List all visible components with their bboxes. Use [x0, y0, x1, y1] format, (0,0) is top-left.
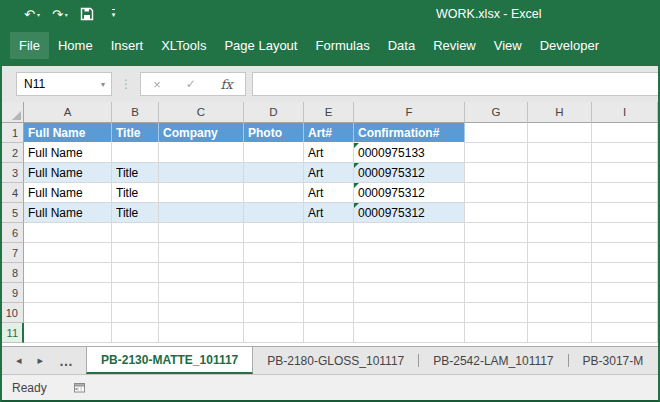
cell-A8[interactable] [24, 263, 112, 283]
cell-A1[interactable]: Full Name [24, 123, 112, 143]
cell-F1[interactable]: Confirmation# [354, 123, 465, 143]
column-header-E[interactable]: E [304, 102, 354, 123]
cell-H3[interactable] [528, 163, 592, 183]
cell-H9[interactable] [528, 283, 592, 303]
ribbon-tab-insert[interactable]: Insert [102, 32, 153, 59]
column-header-C[interactable]: C [159, 102, 244, 123]
cell-D4[interactable] [244, 183, 304, 203]
cell-F7[interactable] [354, 243, 465, 263]
cell-C10[interactable] [159, 303, 244, 323]
ribbon-tab-xltools[interactable]: XLTools [152, 32, 215, 59]
cell-G1[interactable] [465, 123, 528, 143]
cell-F8[interactable] [354, 263, 465, 283]
cell-I1[interactable] [592, 123, 658, 143]
cell-F9[interactable] [354, 283, 465, 303]
sheet-more-button[interactable]: … [59, 353, 74, 369]
name-box[interactable]: N11 ▾ [16, 72, 112, 96]
ribbon-tab-home[interactable]: Home [49, 32, 102, 59]
cell-A9[interactable] [24, 283, 112, 303]
cell-C1[interactable]: Company [159, 123, 244, 143]
row-header-8[interactable]: 8 [2, 263, 24, 283]
cell-C5[interactable] [159, 203, 244, 223]
row-header-5[interactable]: 5 [2, 203, 24, 223]
column-header-B[interactable]: B [112, 102, 159, 123]
cell-I10[interactable] [592, 303, 658, 323]
cell-I4[interactable] [592, 183, 658, 203]
cell-I5[interactable] [592, 203, 658, 223]
cell-A3[interactable]: Full Name [24, 163, 112, 183]
column-header-A[interactable]: A [24, 102, 112, 123]
sheet-nav-right-icon[interactable]: ▸ [38, 354, 44, 367]
cell-B1[interactable]: Title [112, 123, 159, 143]
cell-H6[interactable] [528, 223, 592, 243]
cell-B7[interactable] [112, 243, 159, 263]
cell-D6[interactable] [244, 223, 304, 243]
row-header-3[interactable]: 3 [2, 163, 24, 183]
row-header-4[interactable]: 4 [2, 183, 24, 203]
cell-H1[interactable] [528, 123, 592, 143]
cell-I3[interactable] [592, 163, 658, 183]
ribbon-tab-developer[interactable]: Developer [531, 32, 608, 59]
row-header-7[interactable]: 7 [2, 243, 24, 263]
cell-I7[interactable] [592, 243, 658, 263]
macro-record-button[interactable] [73, 381, 86, 394]
cell-B2[interactable] [112, 143, 159, 163]
cell-D3[interactable] [244, 163, 304, 183]
cell-E10[interactable] [304, 303, 354, 323]
qat-customize-button[interactable]: ▾ [102, 8, 120, 20]
sheet-tab-pb-3017-m[interactable]: PB-3017-M [569, 347, 658, 374]
cell-D2[interactable] [244, 143, 304, 163]
cell-I6[interactable] [592, 223, 658, 243]
sheet-tab-pb-2180-gloss_101117[interactable]: PB-2180-GLOSS_101117 [253, 347, 418, 374]
ribbon-tab-page-layout[interactable]: Page Layout [215, 32, 306, 59]
cell-D1[interactable]: Photo [244, 123, 304, 143]
cell-B10[interactable] [112, 303, 159, 323]
ribbon-tab-file[interactable]: File [10, 32, 49, 59]
cell-D10[interactable] [244, 303, 304, 323]
cell-G2[interactable] [465, 143, 528, 163]
name-box-caret-icon[interactable]: ▾ [101, 80, 111, 89]
cell-C2[interactable] [159, 143, 244, 163]
cell-H2[interactable] [528, 143, 592, 163]
redo-button[interactable]: ↷ ▾ [48, 7, 72, 22]
row-header-9[interactable]: 9 [2, 283, 24, 303]
undo-button[interactable]: ↶ ▾ [20, 7, 44, 22]
cell-H8[interactable] [528, 263, 592, 283]
cell-I2[interactable] [592, 143, 658, 163]
cell-H7[interactable] [528, 243, 592, 263]
cell-A4[interactable]: Full Name [24, 183, 112, 203]
cell-G9[interactable] [465, 283, 528, 303]
sheet-tab-pb-2130-matte_101117[interactable]: PB-2130-MATTE_101117 [86, 347, 253, 374]
cell-I11[interactable] [592, 323, 658, 343]
cell-I9[interactable] [592, 283, 658, 303]
column-header-H[interactable]: H [528, 102, 592, 123]
cell-H10[interactable] [528, 303, 592, 323]
ribbon-tab-view[interactable]: View [485, 32, 531, 59]
cell-C11[interactable] [159, 323, 244, 343]
cell-B4[interactable]: Title [112, 183, 159, 203]
cell-D9[interactable] [244, 283, 304, 303]
cell-H11[interactable] [528, 323, 592, 343]
cell-B5[interactable]: Title [112, 203, 159, 223]
cell-E2[interactable]: Art [304, 143, 354, 163]
ribbon-tab-data[interactable]: Data [379, 32, 424, 59]
cell-F11[interactable] [354, 323, 465, 343]
cell-A5[interactable]: Full Name [24, 203, 112, 223]
select-all-corner[interactable] [2, 102, 24, 123]
cell-F3[interactable]: 0000975312 [354, 163, 465, 183]
column-header-I[interactable]: I [592, 102, 658, 123]
cell-I8[interactable] [592, 263, 658, 283]
cell-C9[interactable] [159, 283, 244, 303]
cancel-icon[interactable]: × [153, 77, 161, 92]
cell-A2[interactable]: Full Name [24, 143, 112, 163]
cell-G8[interactable] [465, 263, 528, 283]
cell-C3[interactable] [159, 163, 244, 183]
cell-E9[interactable] [304, 283, 354, 303]
cell-C7[interactable] [159, 243, 244, 263]
cell-B8[interactable] [112, 263, 159, 283]
cell-D11[interactable] [244, 323, 304, 343]
row-header-2[interactable]: 2 [2, 143, 24, 163]
cell-G10[interactable] [465, 303, 528, 323]
cell-A6[interactable] [24, 223, 112, 243]
sheet-tab-pb-2542-lam_101117[interactable]: PB-2542-LAM_101117 [419, 347, 567, 374]
